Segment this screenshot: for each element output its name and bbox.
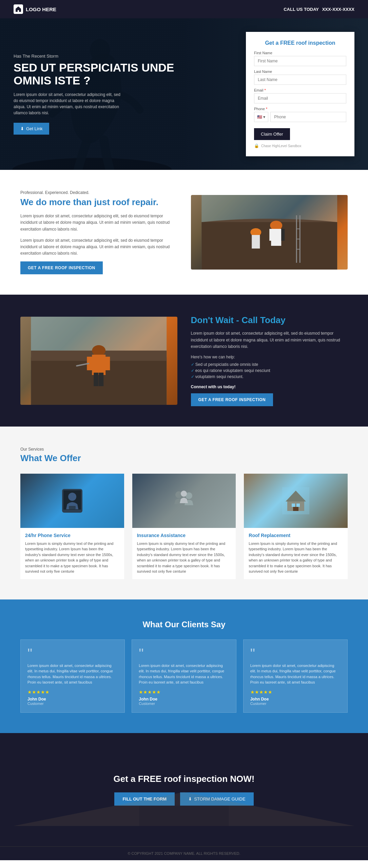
- testimonial-1: " Lorem ipsum dolor sit amet, consectetu…: [20, 639, 125, 713]
- hero-form: Get a FREE roof inspection First Name La…: [246, 32, 354, 156]
- service-image-meeting: [132, 474, 236, 528]
- call-text-col: Don't Wait - Call Today Lorem ipsum dolo…: [191, 315, 348, 406]
- stars-2: ★★★★★: [139, 689, 229, 695]
- svg-point-0: [12, 158, 172, 170]
- footer-copyright: © COPYRIGHT 2021 COMPANY NAME. ALL RIGHT…: [14, 851, 354, 855]
- svg-rect-7: [281, 229, 285, 241]
- testimonial-text-1: Lorem ipsum dolor sit amet, consectetur …: [27, 663, 118, 685]
- service-card-1-text: Lorem Ipsum is simply dummy text of the …: [25, 541, 119, 574]
- about-body1: Lorem ipsum dolor sit amet, consectetur …: [20, 213, 177, 233]
- reviewer-role-1: Customer: [27, 702, 118, 706]
- lock-icon: 🔒: [254, 143, 259, 148]
- svg-point-31: [181, 491, 187, 497]
- testimonial-2: " Lorem ipsum dolor sit amet, consectetu…: [132, 639, 236, 713]
- service-card-1: 24/hr Phone Service Lorem Ipsum is simpl…: [20, 474, 124, 579]
- service-card-2: Insurance Assistance Lorem Ipsum is simp…: [132, 474, 236, 579]
- hero-pretitle: Has The Recent Storm: [14, 54, 184, 59]
- quote-mark-2: ": [139, 647, 229, 660]
- reviewer-role-2: Customer: [139, 702, 229, 706]
- stars-1: ★★★★★: [27, 689, 118, 695]
- last-name-label: Last Name: [254, 70, 346, 74]
- service-card-3: Roof Replacement Lorem Ipsum is simply d…: [244, 474, 348, 579]
- header: LOGO HERE CALL US TODAY XXX-XXX-XXXX: [0, 0, 368, 18]
- svg-rect-9: [252, 235, 260, 249]
- svg-rect-39: [139, 806, 229, 826]
- testimonial-text-2: Lorem ipsum dolor sit amet, consectetur …: [139, 663, 229, 685]
- service-card-2-title: Insurance Assistance: [137, 533, 231, 538]
- phone-row: 🇺🇸 ▾: [254, 112, 346, 122]
- check-item-1: Sed ut perspiciatis unde omnis iste: [191, 362, 348, 367]
- about-section: Professional. Experienced. Dedicated. We…: [0, 170, 368, 295]
- testimonials-grid: " Lorem ipsum dolor sit amet, consectetu…: [20, 639, 348, 713]
- form-footer: 🔒 Chase HighLevel Sandbox: [254, 143, 346, 148]
- phone-group: Phone * 🇺🇸 ▾: [254, 107, 346, 122]
- services-section: Our Services What We Offer 24/hr Phone S…: [0, 427, 368, 599]
- svg-rect-22: [94, 373, 98, 386]
- svg-rect-21: [104, 357, 110, 370]
- service-card-3-body: Roof Replacement Lorem Ipsum is simply d…: [244, 528, 348, 579]
- about-body2: Lorem ipsum dolor sit amet, consectetur …: [20, 237, 177, 257]
- testimonials-title: What Our Clients Say: [20, 620, 348, 629]
- call-body: Lorem ipsum dolor sit amet, consectetur …: [191, 330, 348, 350]
- logo-icon: [14, 4, 23, 14]
- phone-input[interactable]: [270, 112, 346, 122]
- service-card-1-title: 24/hr Phone Service: [25, 533, 119, 538]
- quote-mark-3: ": [250, 647, 341, 660]
- call-cta-button[interactable]: GET A FREE ROOF INSPECTION: [191, 393, 273, 406]
- phone-flag[interactable]: 🇺🇸 ▾: [254, 112, 268, 122]
- first-name-group: First Name: [254, 51, 346, 66]
- svg-rect-6: [269, 229, 273, 241]
- email-input[interactable]: [254, 93, 346, 103]
- logo-text: LOGO HERE: [26, 6, 56, 12]
- service-card-1-body: 24/hr Phone Service Lorem Ipsum is simpl…: [20, 528, 124, 579]
- first-name-input[interactable]: [254, 56, 346, 66]
- stars-3: ★★★★★: [250, 689, 341, 695]
- header-phone: CALL US TODAY XXX-XXX-XXXX: [284, 7, 354, 12]
- claim-offer-button[interactable]: Claim Offer: [254, 128, 290, 140]
- testimonials-section: What Our Clients Say " Lorem ipsum dolor…: [0, 599, 368, 733]
- svg-rect-36: [296, 504, 300, 507]
- service-card-3-text: Lorem Ipsum is simply dummy text of the …: [249, 541, 343, 574]
- about-cta-button[interactable]: GET A FREE ROOF INSPECTION: [20, 261, 103, 274]
- about-text: Professional. Experienced. Dedicated. We…: [20, 190, 177, 274]
- cta-bottom-inner: Get a FREE roof inspection NOW! FILL OUT…: [14, 753, 354, 826]
- hero-section: Has The Recent Storm SED UT PERSPICIATIS…: [0, 18, 368, 170]
- hero-cta-button[interactable]: ⬇ Get Link: [14, 123, 49, 135]
- svg-point-4: [270, 221, 282, 230]
- call-two-col: Don't Wait - Call Today Lorem ipsum dolo…: [20, 315, 348, 406]
- service-image-roof: [244, 474, 348, 528]
- help-title: Here's how we can help:: [191, 355, 348, 359]
- hero-content: Has The Recent Storm SED UT PERSPICIATIS…: [14, 54, 184, 135]
- quote-mark-1: ": [27, 647, 118, 660]
- first-name-label: First Name: [254, 51, 346, 55]
- services-title: What We Offer: [20, 453, 348, 463]
- check-list: Sed ut perspiciatis unde omnis iste eos …: [191, 362, 348, 379]
- svg-rect-37: [293, 507, 298, 511]
- cta-bottom-section: Get a FREE roof inspection NOW! FILL OUT…: [0, 733, 368, 846]
- call-title: Don't Wait - Call Today: [191, 315, 348, 326]
- service-card-3-title: Roof Replacement: [249, 533, 343, 538]
- hero-title: SED UT PERSPICIATIS UNDE OMNIS ISTE ?: [14, 61, 184, 87]
- reviewer-name-2: John Doe: [139, 697, 229, 702]
- email-label: Email *: [254, 88, 346, 92]
- phone-label: Phone *: [254, 107, 346, 111]
- svg-rect-19: [92, 355, 105, 375]
- roof-workers-image: [191, 195, 348, 270]
- about-two-col: Professional. Experienced. Dedicated. We…: [20, 190, 348, 274]
- svg-point-18: [92, 345, 105, 356]
- footer: © COPYRIGHT 2021 COMPANY NAME. ALL RIGHT…: [0, 846, 368, 860]
- services-pretitle: Our Services: [20, 447, 348, 452]
- about-pretitle: Professional. Experienced. Dedicated.: [20, 190, 177, 195]
- last-name-input[interactable]: [254, 75, 346, 85]
- reviewer-role-3: Customer: [250, 702, 341, 706]
- about-image: [191, 195, 348, 270]
- svg-rect-23: [99, 373, 103, 386]
- check-item-3: voluptatem sequi nesciunt.: [191, 374, 348, 379]
- services-grid: 24/hr Phone Service Lorem Ipsum is simpl…: [20, 474, 348, 579]
- svg-rect-28: [69, 506, 76, 509]
- service-card-2-text: Lorem Ipsum is simply dummy text of the …: [137, 541, 231, 574]
- reviewer-name-1: John Doe: [27, 697, 118, 702]
- service-image-phone: [20, 474, 124, 528]
- connect-text: Connect with us today!: [191, 384, 348, 389]
- last-name-group: Last Name: [254, 70, 346, 85]
